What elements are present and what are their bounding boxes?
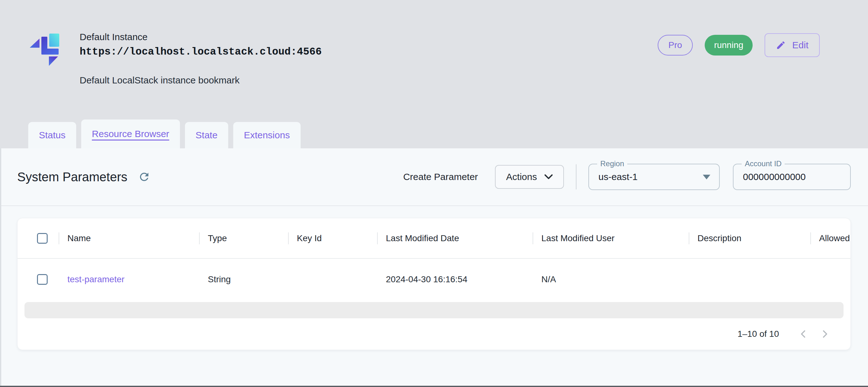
- region-value: us-east-1: [589, 172, 638, 182]
- edit-button-label: Edit: [792, 40, 808, 51]
- instance-tabs: Status Resource Browser State Extensions: [28, 119, 301, 148]
- status-badge: running: [705, 35, 753, 56]
- localstack-app: Default Instance https://localhost.local…: [0, 0, 868, 387]
- refresh-icon: [138, 171, 151, 183]
- chevron-left-icon: [799, 329, 808, 339]
- parameter-link[interactable]: test-parameter: [67, 274, 124, 285]
- column-header-description: Description: [689, 218, 810, 258]
- next-page-button[interactable]: [814, 323, 835, 345]
- tab-resource-browser[interactable]: Resource Browser: [81, 119, 180, 148]
- table-header-row: Name Type Key Id Last Modified Date Last…: [18, 218, 850, 259]
- edit-button[interactable]: Edit: [765, 33, 820, 57]
- cell-description: [689, 259, 810, 300]
- column-header-name-label: Name: [67, 233, 91, 243]
- table-row: test-parameter String 2024-04-30 16:16:5…: [18, 259, 850, 300]
- tab-status[interactable]: Status: [28, 122, 76, 148]
- status-badge-label: running: [714, 40, 743, 50]
- region-select[interactable]: Region us-east-1: [588, 164, 720, 190]
- column-header-name: Name: [59, 218, 199, 258]
- resource-toolbar: System Parameters Create Parameter Actio…: [0, 148, 868, 206]
- pencil-icon: [776, 40, 786, 50]
- select-all-checkbox[interactable]: [37, 233, 48, 244]
- cell-name: test-parameter: [59, 259, 199, 300]
- row-checkbox[interactable]: [37, 274, 48, 285]
- horizontal-scrollbar[interactable]: [25, 302, 843, 318]
- tab-state-label: State: [196, 130, 218, 141]
- card-area: Name Type Key Id Last Modified Date Last…: [0, 206, 868, 350]
- cell-last-modified-user: N/A: [533, 259, 689, 300]
- column-header-last-modified-user-label: Last Modified User: [541, 233, 614, 243]
- pagination-range-label: 1–10 of 10: [738, 329, 779, 339]
- account-id-label: Account ID: [742, 160, 785, 168]
- toolbar-divider: [576, 164, 577, 189]
- instance-title: Default Instance: [80, 31, 321, 43]
- instance-description: Default LocalStack instance bookmark: [80, 75, 321, 86]
- actions-label: Actions: [506, 172, 537, 182]
- column-header-key-id: Key Id: [288, 218, 377, 258]
- window-edge-left: [0, 148, 1, 387]
- column-header-key-id-label: Key Id: [297, 233, 321, 243]
- plan-badge-label: Pro: [668, 40, 682, 50]
- tab-resource-browser-label: Resource Browser: [92, 128, 169, 139]
- column-header-last-modified-date-label: Last Modified Date: [386, 233, 459, 243]
- tab-extensions-label: Extensions: [244, 130, 290, 141]
- refresh-button[interactable]: [137, 169, 152, 184]
- create-parameter-button[interactable]: Create Parameter: [403, 172, 478, 182]
- column-header-allowed: Allowed: [810, 218, 850, 258]
- account-id-input[interactable]: [734, 164, 850, 189]
- region-label: Region: [597, 160, 627, 168]
- screen-bottom-edge: [0, 386, 868, 387]
- column-header-type: Type: [199, 218, 288, 258]
- column-header-last-modified-user: Last Modified User: [533, 218, 689, 258]
- row-checkbox-cell: [18, 259, 59, 300]
- column-header-last-modified-date: Last Modified Date: [377, 218, 533, 258]
- instance-url: https://localhost.localstack.cloud:4566: [80, 46, 321, 58]
- parameters-table-card: Name Type Key Id Last Modified Date Last…: [17, 218, 851, 350]
- cell-key-id: [288, 259, 377, 300]
- dropdown-arrow-icon: [703, 175, 710, 179]
- tab-status-label: Status: [39, 130, 65, 141]
- header-checkbox-cell: [18, 218, 59, 258]
- chevron-down-icon: [545, 174, 553, 179]
- localstack-logo-icon: [29, 33, 60, 67]
- page-title: System Parameters: [17, 170, 127, 184]
- tab-extensions[interactable]: Extensions: [233, 122, 301, 148]
- column-header-type-label: Type: [208, 233, 227, 243]
- previous-page-button[interactable]: [793, 323, 814, 345]
- plan-badge: Pro: [658, 35, 693, 56]
- cell-last-modified-date: 2024-04-30 16:16:54: [377, 259, 533, 300]
- cell-allowed: [810, 259, 850, 300]
- chevron-right-icon: [820, 329, 830, 339]
- cell-type: String: [199, 259, 288, 300]
- column-header-allowed-label: Allowed: [819, 233, 850, 243]
- column-header-description-label: Description: [698, 233, 741, 243]
- instance-header: Default Instance https://localhost.local…: [0, 0, 868, 148]
- account-id-field: Account ID: [733, 164, 851, 190]
- actions-dropdown-button[interactable]: Actions: [495, 165, 564, 189]
- pagination: 1–10 of 10: [18, 318, 850, 350]
- resource-browser-panel: System Parameters Create Parameter Actio…: [0, 148, 868, 387]
- tab-state[interactable]: State: [185, 122, 228, 148]
